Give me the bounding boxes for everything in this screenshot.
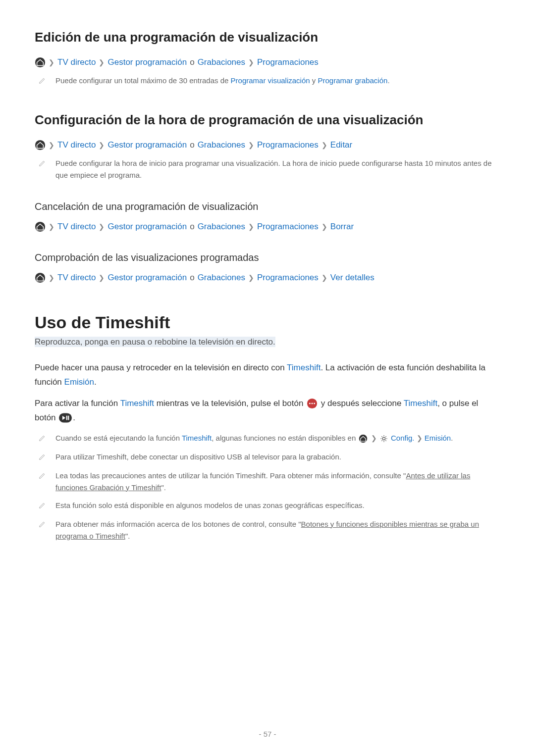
- heading-timeshift: Uso de Timeshift: [35, 313, 500, 332]
- chevron-right-icon: ❯: [321, 223, 327, 231]
- breadcrumb-cancelacion: ❯ TV directo ❯ Gestor programación o Gra…: [35, 221, 500, 232]
- note: Para obtener más información acerca de l…: [35, 518, 500, 542]
- chevron-right-icon: ❯: [49, 58, 54, 66]
- crumb-gestor-programacion[interactable]: Gestor programación: [107, 222, 187, 232]
- pencil-icon: [39, 433, 46, 445]
- text: ".: [125, 532, 130, 540]
- crumb-tv-directo[interactable]: TV directo: [57, 57, 96, 67]
- crumb-programaciones[interactable]: Programaciones: [257, 57, 319, 67]
- pencil-icon: [39, 501, 46, 512]
- text: Para obtener más información acerca de l…: [55, 520, 301, 528]
- text: .: [451, 434, 453, 442]
- page-number: - 57 -: [0, 730, 535, 738]
- chevron-right-icon: ❯: [417, 433, 423, 444]
- crumb-separator-o: o: [190, 222, 194, 232]
- link-programar-grabacion[interactable]: Programar grabación: [318, 76, 387, 85]
- crumb-tv-directo[interactable]: TV directo: [57, 273, 96, 283]
- chevron-right-icon: ❯: [49, 141, 54, 149]
- subtitle-timeshift: Reproduzca, ponga en pausa o rebobine la…: [35, 337, 500, 347]
- play-pause-icon: [59, 413, 72, 423]
- chevron-right-icon: ❯: [248, 58, 254, 66]
- link-timeshift[interactable]: Timeshift: [404, 399, 437, 408]
- pencil-icon: [39, 158, 46, 170]
- text: .: [387, 76, 389, 85]
- crumb-separator-o: o: [190, 140, 194, 150]
- link-timeshift[interactable]: Timeshift: [182, 434, 212, 442]
- crumb-grabaciones[interactable]: Grabaciones: [198, 140, 245, 150]
- home-icon: [359, 434, 368, 443]
- gear-icon: [380, 435, 388, 443]
- crumb-gestor-programacion[interactable]: Gestor programación: [107, 140, 187, 150]
- chevron-right-icon: ❯: [49, 223, 54, 231]
- heading-comprobacion: Comprobación de las visualizaciones prog…: [35, 252, 500, 263]
- breadcrumb-config-hora: ❯ TV directo ❯ Gestor programación o Gra…: [35, 140, 500, 151]
- text: y después seleccione: [319, 399, 404, 408]
- crumb-borrar[interactable]: Borrar: [330, 222, 354, 232]
- chevron-right-icon: ❯: [248, 141, 254, 149]
- crumb-grabaciones[interactable]: Grabaciones: [198, 273, 245, 283]
- home-icon: [35, 140, 46, 151]
- home-icon: [35, 221, 46, 232]
- crumb-tv-directo[interactable]: TV directo: [57, 222, 96, 232]
- link-emision[interactable]: Emisión: [64, 377, 94, 387]
- link-programar-visualizacion[interactable]: Programar visualización: [231, 76, 310, 85]
- note: Puede configurar un total máximo de 30 e…: [35, 75, 500, 88]
- svg-rect-9: [66, 416, 67, 420]
- subtitle-text: Reproduzca, ponga en pausa o rebobine la…: [35, 337, 275, 347]
- text: .: [94, 377, 97, 387]
- text: Lea todas las precauciones antes de util…: [55, 471, 406, 480]
- link-emision[interactable]: Emisión: [425, 434, 451, 442]
- crumb-separator-o: o: [190, 57, 194, 67]
- note-text: Esta función solo está disponible en alg…: [55, 500, 500, 511]
- link-config[interactable]: Config.: [391, 434, 415, 442]
- text: ".: [161, 483, 166, 492]
- crumb-programaciones[interactable]: Programaciones: [257, 140, 319, 150]
- crumb-programaciones[interactable]: Programaciones: [257, 222, 319, 232]
- chevron-right-icon: ❯: [49, 274, 54, 282]
- home-icon: [35, 272, 46, 283]
- svg-point-6: [312, 403, 313, 404]
- svg-point-7: [314, 403, 315, 404]
- heading-config-hora: Configuración de la hora de programación…: [35, 112, 500, 128]
- note-text: Para obtener más información acerca de l…: [55, 518, 500, 542]
- link-timeshift[interactable]: Timeshift: [287, 363, 321, 372]
- crumb-gestor-programacion[interactable]: Gestor programación: [107, 57, 187, 67]
- crumb-tv-directo[interactable]: TV directo: [57, 140, 96, 150]
- note: Esta función solo está disponible en alg…: [35, 500, 500, 512]
- crumb-ver-detalles[interactable]: Ver detalles: [330, 273, 374, 283]
- note-text: Cuando se está ejecutando la función Tim…: [55, 432, 500, 444]
- pencil-icon: [39, 471, 46, 483]
- chevron-right-icon: ❯: [248, 274, 254, 282]
- crumb-grabaciones[interactable]: Grabaciones: [198, 222, 245, 232]
- text: .: [73, 413, 75, 422]
- svg-point-12: [382, 437, 385, 440]
- chevron-right-icon: ❯: [99, 223, 105, 231]
- text: mientras ve la televisión, pulse el botó…: [154, 399, 306, 408]
- paragraph-timeshift-1: Puede hacer una pausa y retroceder en la…: [35, 361, 500, 390]
- link-timeshift[interactable]: Timeshift: [120, 399, 154, 408]
- text: Puede configurar un total máximo de 30 e…: [55, 76, 231, 85]
- heading-cancelacion: Cancelación de una programación de visua…: [35, 201, 500, 212]
- note: Para utilizar Timeshift, debe conectar u…: [35, 451, 500, 464]
- text: Para activar la función: [35, 399, 120, 408]
- crumb-programaciones[interactable]: Programaciones: [257, 273, 319, 283]
- crumb-separator-o: o: [190, 273, 194, 283]
- note: Cuando se está ejecutando la función Tim…: [35, 432, 500, 445]
- note-text: Puede configurar la hora de inicio para …: [55, 157, 500, 181]
- crumb-gestor-programacion[interactable]: Gestor programación: [107, 273, 187, 283]
- breadcrumb-comprobacion: ❯ TV directo ❯ Gestor programación o Gra…: [35, 272, 500, 283]
- crumb-grabaciones[interactable]: Grabaciones: [198, 57, 245, 67]
- crumb-editar[interactable]: Editar: [330, 140, 352, 150]
- chevron-right-icon: ❯: [371, 433, 377, 444]
- svg-point-5: [309, 403, 311, 404]
- chevron-right-icon: ❯: [321, 141, 327, 149]
- text: Cuando se está ejecutando la función: [55, 434, 182, 442]
- heading-edit-schedule: Edición de una programación de visualiza…: [35, 30, 500, 45]
- paragraph-timeshift-2: Para activar la función Timeshift mientr…: [35, 397, 500, 425]
- page: Edición de una programación de visualiza…: [0, 0, 535, 756]
- chevron-right-icon: ❯: [99, 58, 105, 66]
- breadcrumb-edit-schedule: ❯ TV directo ❯ Gestor programación o Gra…: [35, 57, 500, 68]
- chevron-right-icon: ❯: [99, 274, 105, 282]
- pencil-icon: [39, 76, 46, 88]
- note-text: Lea todas las precauciones antes de util…: [55, 470, 500, 494]
